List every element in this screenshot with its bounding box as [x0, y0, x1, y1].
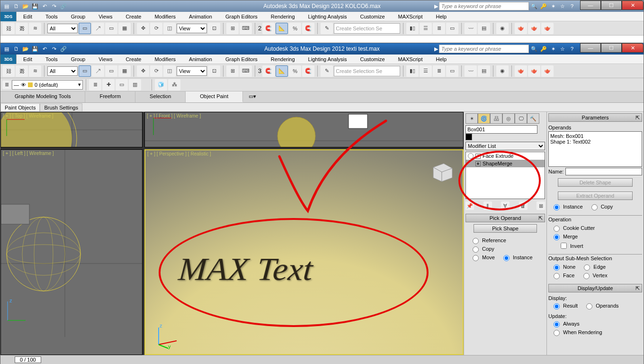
menu-help[interactable]: Help: [429, 13, 454, 20]
menu-lighting[interactable]: Lighting Analysis: [302, 13, 354, 20]
menu-modifiers[interactable]: Modifiers: [148, 55, 182, 63]
radio-copy2[interactable]: Copy: [589, 203, 613, 210]
align-icon[interactable]: ☰: [420, 65, 432, 77]
menu-maxscript[interactable]: MAXScript: [392, 13, 429, 20]
align-icon[interactable]: ☰: [420, 23, 432, 34]
radio-instance[interactable]: Instance: [501, 254, 533, 261]
infocenter-arrow-icon[interactable]: ▶: [434, 46, 438, 52]
redo-icon[interactable]: ↷: [50, 2, 58, 10]
move-icon[interactable]: ✥: [137, 65, 149, 77]
render-icon[interactable]: 🫖: [541, 23, 554, 34]
modifier-list[interactable]: Modifier List: [465, 142, 545, 150]
menu-animation[interactable]: Animation: [182, 55, 219, 63]
menu-modifiers[interactable]: Modifiers: [148, 13, 182, 20]
pin-icon[interactable]: ⇱: [635, 285, 640, 291]
rotate-icon[interactable]: ⟳: [150, 23, 162, 34]
pin-icon[interactable]: ⇱: [538, 215, 543, 221]
select-name-icon[interactable]: 🡕: [92, 23, 104, 34]
layers-icon[interactable]: ≣: [433, 23, 445, 34]
menu-graph[interactable]: Graph Editors: [219, 13, 264, 20]
radio-merge[interactable]: Merge: [551, 233, 578, 240]
menu-edit[interactable]: Edit: [17, 13, 39, 20]
stack-row-shapemerge[interactable]: + ShapeMerge: [466, 160, 545, 167]
bind-icon[interactable]: ≋: [29, 65, 41, 77]
modifier-stack[interactable]: + Face Extrude + ShapeMerge: [465, 152, 545, 199]
pin-icon[interactable]: ⇱: [635, 115, 640, 121]
layer-tool-icon[interactable]: ≣: [2, 81, 11, 89]
menu-rendering[interactable]: Rendering: [264, 13, 302, 20]
rendered-frame-icon[interactable]: 🫖: [528, 65, 540, 77]
tab-freeform[interactable]: Freeform: [85, 91, 135, 102]
curve-editor-icon[interactable]: 〰: [465, 23, 477, 34]
favorites-icon[interactable]: ☆: [558, 45, 567, 53]
binoculars-icon[interactable]: 🔍: [530, 2, 538, 10]
ribbon-icon[interactable]: ▭: [446, 65, 458, 77]
rollout-pick-operand[interactable]: Pick Operand⇱: [465, 214, 545, 222]
remove-mod-icon[interactable]: 🗑: [519, 201, 528, 210]
binoculars-icon[interactable]: 🔍: [530, 45, 538, 53]
exchange-icon[interactable]: ✶: [549, 2, 557, 10]
operand-name-input[interactable]: [565, 168, 642, 175]
keymode-icon[interactable]: ⌨: [240, 23, 252, 34]
radio-reference[interactable]: Reference: [470, 237, 506, 244]
radio-instance2[interactable]: Instance: [551, 203, 583, 210]
selection-filter[interactable]: All: [47, 24, 78, 33]
select-object-icon[interactable]: ▭: [79, 23, 91, 34]
material-icon[interactable]: ◉: [496, 23, 509, 34]
percent-snap-icon[interactable]: %: [289, 65, 301, 77]
viewcube-icon[interactable]: [429, 159, 454, 184]
snap-icon[interactable]: 🧲: [262, 65, 275, 77]
radio-face[interactable]: Face: [551, 272, 574, 279]
paint-cube-icon[interactable]: 🧊: [155, 79, 167, 91]
rollout-parameters[interactable]: Parameters⇱: [548, 113, 642, 122]
render-setup-icon[interactable]: 🫖: [515, 23, 527, 34]
spinner-snap-icon[interactable]: 🧲: [302, 23, 314, 34]
menu-create[interactable]: Create: [119, 13, 148, 20]
radio-cookie[interactable]: Cookie Cutter: [551, 224, 595, 232]
select-rect-icon[interactable]: ▭: [105, 65, 117, 77]
app-menu-icon[interactable]: ▤: [2, 45, 11, 53]
mirror-icon[interactable]: ▮▯: [406, 65, 419, 77]
show-result-icon[interactable]: ‖: [483, 201, 492, 210]
delete-shape-button[interactable]: Delete Shape: [558, 178, 633, 187]
curve-editor-icon[interactable]: 〰: [465, 65, 477, 77]
display-tab-icon[interactable]: 🖵: [515, 113, 527, 124]
selectlink-icon[interactable]: ⛓: [2, 65, 15, 77]
tab-graphite[interactable]: Graphite Modeling Tools: [0, 91, 85, 102]
menu-animation[interactable]: Animation: [182, 13, 219, 20]
menu-maxscript[interactable]: MAXScript: [392, 55, 429, 63]
radio-always[interactable]: Always: [551, 320, 580, 328]
radio-edge[interactable]: Edge: [581, 263, 606, 271]
angle-snap-icon[interactable]: 📐: [276, 65, 288, 77]
visibility-toggle-icon[interactable]: [468, 153, 474, 159]
menu-customize[interactable]: Customize: [354, 13, 392, 20]
ribbon-icon[interactable]: ▭: [446, 23, 458, 34]
schematic-icon[interactable]: ▤: [478, 23, 490, 34]
keymode-icon[interactable]: ⌨: [240, 65, 252, 77]
layer-new-icon[interactable]: ≣: [89, 79, 101, 91]
exchange-icon[interactable]: ✶: [549, 45, 557, 53]
rollout-display-update[interactable]: Display/Update⇱: [548, 284, 642, 292]
radio-result[interactable]: Result: [551, 302, 578, 309]
link-icon[interactable]: 🔗: [59, 45, 68, 53]
edit-named-icon[interactable]: ✎: [321, 23, 333, 34]
unlink-icon[interactable]: ⛓̸: [16, 65, 28, 77]
logo-3ds-bg[interactable]: 3DS: [0, 12, 17, 21]
viewport-left[interactable]: [ + ] [ Left ] [ Wireframe ] z: [0, 149, 143, 355]
configure-icon[interactable]: ⊞: [537, 201, 545, 210]
minimize-button-bg[interactable]: —: [580, 0, 601, 10]
ribbon-minimize-icon[interactable]: ▭▾: [243, 91, 262, 102]
scale-icon[interactable]: ◫: [163, 65, 176, 77]
paint-brush-icon[interactable]: ⁂: [168, 79, 180, 91]
motion-tab-icon[interactable]: ◎: [502, 113, 515, 124]
operands-list[interactable]: Mesh: Box001 Shape 1: Text002: [548, 131, 642, 167]
open-icon[interactable]: 📂: [21, 45, 30, 53]
selectlink-icon[interactable]: ⛓: [2, 23, 15, 34]
new-icon[interactable]: 🗋: [12, 2, 20, 10]
named-selection[interactable]: [334, 66, 400, 76]
menu-rendering[interactable]: Rendering: [264, 55, 302, 63]
ref-coord[interactable]: View: [177, 66, 207, 76]
link-icon[interactable]: 🔗: [59, 2, 68, 10]
select-object-icon[interactable]: ▭: [79, 65, 91, 77]
manip-icon[interactable]: ⊞: [226, 65, 239, 77]
